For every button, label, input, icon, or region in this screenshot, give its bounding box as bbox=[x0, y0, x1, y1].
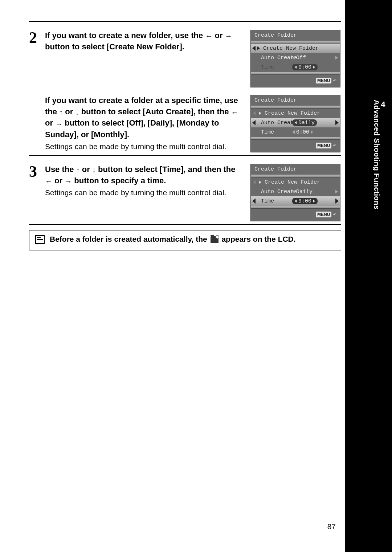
time-pill: 9:00 bbox=[292, 198, 318, 204]
step-body: If you want to create a folder at a spec… bbox=[45, 95, 250, 152]
auto-value: Daily bbox=[298, 120, 315, 126]
menu-label: MENU bbox=[316, 212, 331, 217]
cam-bar bbox=[251, 175, 340, 177]
divider bbox=[29, 224, 341, 225]
undo-icon: ↶ bbox=[333, 77, 336, 84]
step-3: 3 Use the ↑ or ↓ button to select [Time]… bbox=[29, 156, 341, 224]
create-new-label: Create New Folder bbox=[252, 110, 338, 116]
row-auto: Auto Create Daily bbox=[251, 118, 340, 127]
up-arrow-icon: ↑ bbox=[76, 166, 80, 173]
left-arrow-icon: ← bbox=[205, 32, 212, 40]
cam-screen-1: Create Folder Create New Folder Auto Cre… bbox=[250, 30, 340, 87]
right-icon bbox=[335, 190, 338, 193]
pill-left-icon bbox=[295, 66, 297, 69]
undo-icon: ↶ bbox=[333, 142, 336, 149]
auto-label: Auto Create bbox=[252, 189, 292, 195]
pill-right-icon bbox=[313, 200, 315, 203]
cam-bar bbox=[251, 137, 340, 140]
menu-label: MENU bbox=[316, 78, 331, 83]
time-label: Time bbox=[252, 64, 292, 70]
row-auto: Auto Create Off bbox=[251, 53, 340, 62]
left-icon bbox=[253, 180, 256, 184]
right-arrow-icon: → bbox=[225, 32, 232, 40]
auto-label: Auto Create bbox=[252, 120, 292, 126]
cursor-icon bbox=[259, 111, 261, 115]
step-2: 2 If you want to create a new folder, us… bbox=[29, 22, 341, 90]
note-text: Before a folder is created automatically… bbox=[50, 234, 296, 244]
chapter-title: Advanced Shooting Functions bbox=[373, 100, 381, 209]
cam-title: Create Folder bbox=[251, 164, 340, 175]
screenshot-2: Create Folder Create New Folder Auto Cre… bbox=[250, 95, 341, 152]
right-arrow-icon: → bbox=[55, 120, 62, 127]
left-icon bbox=[253, 111, 256, 115]
menu-row: MENU ↶ bbox=[251, 209, 340, 219]
create-new-label: Create New Folder bbox=[252, 179, 338, 185]
time-value: 9:00 bbox=[298, 198, 311, 204]
row-time: Time 0:00 bbox=[251, 62, 340, 72]
cursor-icon bbox=[257, 46, 260, 50]
page-number: 87 bbox=[327, 522, 336, 531]
left-arrow-icon: ← bbox=[231, 109, 238, 116]
cam-bar bbox=[251, 206, 340, 209]
time-label: Time bbox=[252, 198, 292, 204]
side-strip: 4 Advanced Shooting Functions bbox=[345, 0, 392, 552]
pill-left-icon bbox=[295, 121, 297, 124]
right-arrow-icon: → bbox=[65, 177, 72, 185]
cam-bar bbox=[251, 72, 340, 75]
cam-bar bbox=[251, 106, 340, 109]
step-3-note: Settings can be made by turning the mult… bbox=[45, 188, 244, 198]
down-arrow-icon: ↓ bbox=[92, 166, 96, 173]
folder-new-icon bbox=[211, 236, 219, 243]
right-icon bbox=[311, 130, 313, 134]
chapter-number: 4 bbox=[381, 100, 385, 109]
cursor-icon bbox=[259, 180, 261, 184]
left-nav-icon bbox=[252, 46, 256, 51]
pill-right-icon bbox=[313, 66, 315, 69]
step-2-note: Settings can be made by turning the mult… bbox=[45, 142, 244, 152]
row-auto: Auto Create Daily bbox=[251, 187, 340, 196]
row-create-new: Create New Folder bbox=[251, 177, 340, 187]
chapter-tab: 4 Advanced Shooting Functions bbox=[372, 100, 385, 209]
right-nav-icon bbox=[335, 120, 339, 125]
time-pill: 0:00 bbox=[292, 64, 318, 70]
cam-screen-3: Create Folder Create New Folder Auto Cre… bbox=[250, 164, 340, 221]
cam-title: Create Folder bbox=[251, 30, 340, 41]
step-body: Use the ↑ or ↓ button to select [Time], … bbox=[45, 164, 250, 198]
auto-pill: Daily bbox=[292, 119, 317, 126]
left-arrow-icon: ← bbox=[45, 177, 52, 185]
cam-screen-2: Create Folder Create New Folder Auto Cre… bbox=[250, 95, 340, 152]
row-create-new: Create New Folder bbox=[251, 109, 340, 118]
left-icon bbox=[292, 56, 295, 60]
cam-title: Create Folder bbox=[251, 95, 340, 106]
menu-label: MENU bbox=[316, 143, 331, 148]
menu-row: MENU ↶ bbox=[251, 140, 340, 150]
manual-page: 4 Advanced Shooting Functions 2 If you w… bbox=[0, 0, 392, 552]
menu-row: MENU ↶ bbox=[251, 75, 340, 85]
undo-icon: ↶ bbox=[333, 211, 336, 218]
down-arrow-icon: ↓ bbox=[75, 109, 79, 116]
left-nav-icon bbox=[252, 199, 256, 204]
left-icon bbox=[292, 190, 295, 193]
time-value: 0:00 bbox=[298, 64, 311, 70]
right-icon bbox=[335, 56, 338, 60]
step-3-para: Use the ↑ or ↓ button to select [Time], … bbox=[45, 164, 244, 186]
time-value: 0:00 bbox=[295, 129, 311, 135]
row-time: Time 9:00 bbox=[251, 196, 340, 206]
step-number: 2 bbox=[29, 30, 45, 46]
create-new-label: Create New Folder bbox=[252, 45, 338, 52]
row-create-new: Create New Folder bbox=[251, 44, 340, 53]
cam-bar bbox=[251, 41, 340, 44]
auto-label: Auto Create bbox=[252, 55, 292, 61]
content-area: 2 If you want to create a new folder, us… bbox=[29, 21, 341, 250]
step-number: 3 bbox=[29, 164, 45, 180]
time-label: Time bbox=[252, 129, 292, 135]
row-time: Time 0:00 bbox=[251, 127, 340, 137]
screenshot-3: Create Folder Create New Folder Auto Cre… bbox=[250, 164, 341, 221]
step-body: If you want to create a new folder, use … bbox=[45, 30, 250, 52]
screenshot-1: Create Folder Create New Folder Auto Cre… bbox=[250, 30, 341, 87]
right-nav-icon bbox=[335, 199, 339, 204]
step-2-para-2: If you want to create a folder at a spec… bbox=[45, 95, 244, 140]
step-2-para-1: If you want to create a new folder, use … bbox=[45, 30, 244, 52]
auto-value: Daily bbox=[295, 189, 314, 195]
left-nav-icon bbox=[252, 120, 256, 125]
